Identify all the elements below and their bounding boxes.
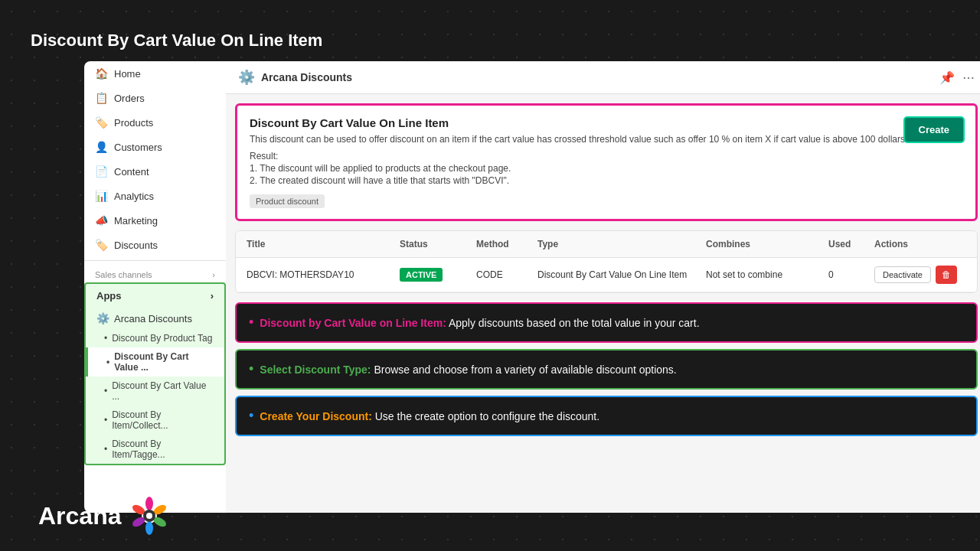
delete-button[interactable]: 🗑 xyxy=(936,266,957,284)
info-card-title: Discount By Cart Value On Line Item xyxy=(250,116,963,129)
svg-point-1 xyxy=(145,497,153,510)
info-box-text-3: Create Your Discount: Use the create opt… xyxy=(260,410,599,422)
info-box-body-2: Browse and choose from a variety of avai… xyxy=(374,364,676,376)
highlight-pink: Discount by Cart Value on Line Item: xyxy=(260,317,446,329)
sidebar-subitem-product-tag[interactable]: • Discount By Product Tag xyxy=(86,329,224,347)
table-header: Title Status Method Type Combines Used A… xyxy=(236,231,977,258)
info-box-text-2: Select Discount Type: Browse and choose … xyxy=(260,364,676,376)
bullet-icon-blue: • xyxy=(249,408,253,424)
sidebar-item-customers[interactable]: 👤 Customers xyxy=(84,135,226,159)
analytics-icon: 📊 xyxy=(95,190,108,202)
col-method: Method xyxy=(476,239,537,249)
app-header-right: 📌 ⋯ xyxy=(939,70,975,85)
row-title: DBCVI: MOTHERSDAY10 xyxy=(247,269,400,280)
arcana-icon: ⚙️ xyxy=(96,312,109,324)
arcana-logo-icon xyxy=(129,496,169,536)
bullet-icon: • xyxy=(104,333,107,344)
sidebar-item-analytics[interactable]: 📊 Analytics xyxy=(84,184,226,208)
info-card-result: Result: 1. The discount will be applied … xyxy=(250,151,963,186)
status-badge: ACTIVE xyxy=(400,268,443,282)
sidebar-item-orders[interactable]: 📋 Orders xyxy=(84,86,226,110)
sidebar-item-home[interactable]: 🏠 Home xyxy=(84,61,226,86)
app-header: ⚙️ Arcana Discounts 📌 ⋯ xyxy=(226,61,980,94)
highlight-green: Select Discount Type: xyxy=(260,364,371,376)
customers-icon: 👤 xyxy=(95,141,108,153)
info-boxes: • Discount by Cart Value on Line Item: A… xyxy=(235,302,978,436)
sidebar-subitem-item-tagge[interactable]: • Discount By Item/Tagge... xyxy=(86,435,224,464)
create-button[interactable]: Create xyxy=(903,116,965,143)
info-box-cart-value: • Discount by Cart Value on Line Item: A… xyxy=(235,302,978,343)
arcana-app-icon: ⚙️ xyxy=(238,69,255,86)
result-2: 2. The created discount will have a titl… xyxy=(250,175,963,186)
col-status: Status xyxy=(400,239,476,249)
row-used: 0 xyxy=(828,269,874,280)
sidebar-subitem-item-collect[interactable]: • Discount By Item/Collect... xyxy=(86,406,224,435)
svg-point-4 xyxy=(145,521,153,535)
info-card: Discount By Cart Value On Line Item This… xyxy=(235,103,978,221)
sidebar-item-discounts[interactable]: 🏷️ Discounts xyxy=(84,233,226,257)
sidebar: 🏠 Home 📋 Orders 🏷️ Products 👤 Customers … xyxy=(84,61,226,513)
result-1: 1. The discount will be applied to produ… xyxy=(250,163,963,174)
sidebar-divider xyxy=(84,260,226,261)
sidebar-item-content[interactable]: 📄 Content xyxy=(84,159,226,184)
orders-icon: 📋 xyxy=(95,92,108,104)
info-box-text-1: Discount by Cart Value on Line Item: App… xyxy=(260,317,699,329)
marketing-icon: 📣 xyxy=(95,214,108,227)
chevron-right-icon: › xyxy=(211,290,214,302)
pin-icon[interactable]: 📌 xyxy=(939,70,955,85)
bullet-icon: • xyxy=(104,386,107,396)
content-icon: 📄 xyxy=(95,165,108,178)
col-actions: Actions xyxy=(874,239,966,249)
row-method: CODE xyxy=(476,269,537,280)
arcana-discounts-item[interactable]: ⚙️ Arcana Discounts xyxy=(86,308,224,329)
bottom-logo: Arcana xyxy=(38,496,169,536)
info-box-body-3: Use the create option to configure the d… xyxy=(375,410,599,422)
bullet-icon: • xyxy=(106,357,109,367)
sidebar-item-products[interactable]: 🏷️ Products xyxy=(84,110,226,135)
info-box-create-discount: • Create Your Discount: Use the create o… xyxy=(235,396,978,436)
home-icon: 🏠 xyxy=(95,67,108,80)
app-header-left: ⚙️ Arcana Discounts xyxy=(238,69,352,86)
col-combines: Combines xyxy=(706,239,828,249)
page-title: Discount By Cart Value On Line Item xyxy=(31,31,322,51)
deactivate-button[interactable]: Deactivate xyxy=(874,266,931,283)
row-type: Discount By Cart Value On Line Item xyxy=(537,269,706,280)
content-area: ⚙️ Arcana Discounts 📌 ⋯ Discount By Cart… xyxy=(226,61,980,513)
highlight-orange: Create Your Discount: xyxy=(260,410,372,422)
products-icon: 🏷️ xyxy=(95,116,108,129)
svg-point-8 xyxy=(146,513,152,519)
sidebar-subitem-cart-value[interactable]: • Discount By Cart Value ... xyxy=(86,377,224,406)
bullet-icon: • xyxy=(104,444,107,455)
row-actions: Deactivate 🗑 xyxy=(874,266,966,284)
info-card-desc: This discount can be used to offer disco… xyxy=(250,134,963,145)
apps-section: Apps › ⚙️ Arcana Discounts • Discount By… xyxy=(84,282,226,465)
col-used: Used xyxy=(828,239,874,249)
sidebar-subitem-cart-value-line[interactable]: • Discount By Cart Value ... xyxy=(86,347,224,377)
bullet-icon-pink: • xyxy=(249,315,253,331)
apps-header[interactable]: Apps › xyxy=(86,284,224,308)
logo-text: Arcana xyxy=(38,502,122,530)
discount-table: Title Status Method Type Combines Used A… xyxy=(235,230,978,293)
row-combines: Not set to combine xyxy=(706,269,828,280)
table-row: DBCVI: MOTHERSDAY10 ACTIVE CODE Discount… xyxy=(236,258,977,292)
col-title: Title xyxy=(247,239,400,249)
sales-channels-label: Sales channels › xyxy=(84,264,226,282)
more-options-icon[interactable]: ⋯ xyxy=(962,70,975,85)
main-container: 🏠 Home 📋 Orders 🏷️ Products 👤 Customers … xyxy=(84,61,903,513)
sidebar-item-marketing[interactable]: 📣 Marketing xyxy=(84,208,226,233)
info-box-body-1: Apply discounts based on the total value… xyxy=(449,317,700,329)
discounts-icon: 🏷️ xyxy=(95,239,108,251)
row-status: ACTIVE xyxy=(400,269,476,280)
info-box-select-type: • Select Discount Type: Browse and choos… xyxy=(235,349,978,390)
col-type: Type xyxy=(537,239,706,249)
bullet-icon-green: • xyxy=(249,361,253,377)
bullet-icon: • xyxy=(104,415,107,425)
product-discount-badge: Product discount xyxy=(250,194,325,208)
result-label: Result: xyxy=(250,151,963,161)
chevron-right-icon: › xyxy=(212,270,215,279)
